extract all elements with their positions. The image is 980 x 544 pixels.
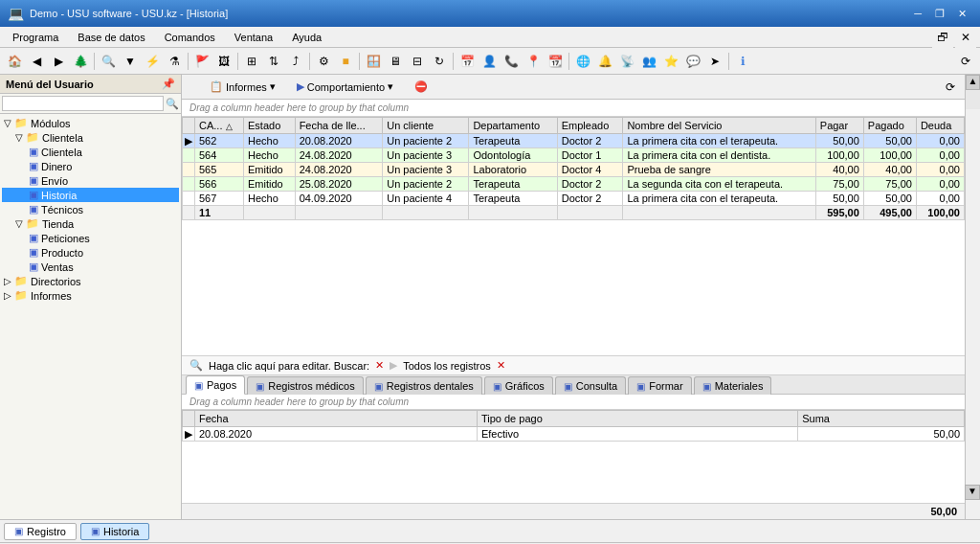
toolbar-btn-filter[interactable]: ▼ (120, 51, 141, 72)
menu-programa[interactable]: Programa (4, 29, 67, 46)
toolbar-btn-img[interactable]: 🖼 (213, 51, 234, 72)
menu-restore-btn[interactable]: 🗗 (932, 27, 953, 48)
toolbar-btn-flag[interactable]: 🚩 (191, 51, 212, 72)
toolbar-btn-phone[interactable]: 📞 (501, 51, 522, 72)
toolbar-btn-funnel[interactable]: ⚗ (164, 51, 185, 72)
toolbar-btn-star[interactable]: ⭐ (660, 51, 681, 72)
toolbar-btn-msg[interactable]: 💬 (682, 51, 703, 72)
menu-ventana[interactable]: Ventana (226, 29, 281, 46)
tab-registros-dentales[interactable]: ▣Registros dentales (366, 376, 482, 395)
toolbar-btn-monitor[interactable]: 🖥 (385, 51, 406, 72)
restore-button[interactable]: ❐ (929, 6, 950, 22)
th-depto[interactable]: Departamento (469, 118, 557, 134)
sidebar-item-historia[interactable]: ▣ Historia (2, 188, 179, 202)
menu-comandos[interactable]: Comandos (156, 29, 224, 46)
sidebar-pin-icon[interactable]: 📌 (162, 78, 175, 90)
sub-refresh-btn[interactable]: ⟳ (940, 77, 961, 98)
comportamiento-button[interactable]: ▶ Comportamiento ▾ (288, 78, 402, 96)
tab-formar[interactable]: ▣Formar (628, 376, 691, 395)
toolbar-btn-win[interactable]: 🪟 (363, 51, 384, 72)
stop-button[interactable]: ⛔ (406, 78, 436, 96)
toolbar-btn-arrow[interactable]: ⇅ (263, 51, 284, 72)
toolbar-btn-rotate[interactable]: ↻ (429, 51, 450, 72)
toolbar-btn-info[interactable]: ℹ (732, 51, 753, 72)
th-empleado[interactable]: Empleado (557, 118, 623, 134)
table-row[interactable]: 566 Emitido 25.08.2020 Un paciente 2 Ter… (183, 177, 965, 192)
toolbar-btn-cal[interactable]: 📅 (457, 51, 478, 72)
toolbar-btn-ppl[interactable]: 👥 (638, 51, 659, 72)
sidebar-search-input[interactable] (2, 96, 164, 111)
toolbar-btn-user[interactable]: 👤 (479, 51, 500, 72)
lth-suma[interactable]: Suma (798, 411, 965, 427)
th-arrow[interactable] (183, 118, 195, 134)
sidebar-item-dinero[interactable]: ▣ Dinero (2, 159, 179, 173)
sidebar-item-tienda-group[interactable]: ▽ 📁 Tienda (2, 216, 179, 231)
informes-button[interactable]: 📋 Informes ▾ (201, 78, 284, 96)
search-text[interactable]: Haga clic aquí para editar. Buscar: (209, 360, 369, 372)
toolbar-btn-grid[interactable]: ⊞ (241, 51, 262, 72)
tab-consulta[interactable]: ▣Consulta (555, 376, 626, 395)
th-pagado[interactable]: Pagado (863, 118, 916, 134)
sidebar-item-informes[interactable]: ▷ 📁 Informes (2, 288, 179, 303)
toolbar-btn-back[interactable]: ◀ (26, 51, 47, 72)
toolbar-btn-globe[interactable]: 🌐 (572, 51, 593, 72)
menu-base-datos[interactable]: Base de datos (69, 29, 153, 46)
toolbar-btn-home[interactable]: 🏠 (4, 51, 25, 72)
toolbar-btn-arrow2[interactable]: ➤ (704, 51, 725, 72)
all-records-label[interactable]: Todos los registros (403, 360, 491, 372)
search-clear-btn[interactable]: ✕ (375, 359, 384, 372)
sidebar-item-directorios[interactable]: ▷ 📁 Directorios (2, 274, 179, 288)
table-row[interactable]: 564 Hecho 24.08.2020 Un paciente 3 Odont… (183, 148, 965, 163)
th-deuda[interactable]: Deuda (916, 118, 964, 134)
toolbar-btn-up[interactable]: ⤴ (285, 51, 306, 72)
table-row[interactable]: ▶ 562 Hecho 20.08.2020 Un paciente 2 Ter… (183, 134, 965, 148)
th-estado[interactable]: Estado (244, 118, 296, 134)
all-records-clear-btn[interactable]: ✕ (497, 359, 505, 372)
tab-materiales[interactable]: ▣Materiales (694, 376, 772, 395)
toolbar-btn-yellow[interactable]: ■ (335, 51, 356, 72)
tab-gráficos[interactable]: ▣Gráficos (484, 376, 553, 395)
toolbar-btn-loc[interactable]: 📍 (523, 51, 544, 72)
toolbar-btn-fwd[interactable]: ▶ (48, 51, 69, 72)
toolbar-btn-wifi[interactable]: 📡 (616, 51, 637, 72)
th-servicio[interactable]: Nombre del Servicio (623, 118, 815, 134)
table-row[interactable]: ▶ 20.08.2020 Efectivo 50,00 (183, 427, 965, 442)
table-row[interactable]: 565 Emitido 24.08.2020 Un paciente 3 Lab… (183, 163, 965, 177)
scroll-down[interactable]: ▼ (965, 485, 980, 500)
toolbar-btn-search[interactable]: 🔍 (98, 51, 119, 72)
main-scrollbar[interactable]: ▲ ▼ (965, 75, 980, 519)
menu-ayuda[interactable]: Ayuda (283, 29, 330, 46)
tab-registros-médicos[interactable]: ▣Registros médicos (247, 376, 363, 395)
toolbar-btn-gear[interactable]: ⚙ (313, 51, 334, 72)
table-row[interactable]: 567 Hecho 04.09.2020 Un paciente 4 Terap… (183, 192, 965, 206)
lth-tipo[interactable]: Tipo de pago (477, 411, 797, 427)
th-fecha[interactable]: Fecha de lle... (295, 118, 383, 134)
toolbar-btn-grid2[interactable]: ⊟ (407, 51, 428, 72)
bottom-tab-historia[interactable]: ▣ Historia (80, 523, 149, 540)
sidebar-item-clientela[interactable]: ▣ Clientela (2, 145, 179, 159)
menu-close-btn[interactable]: ✕ (955, 27, 976, 48)
upper-table-scroll[interactable]: CA... △ Estado Fecha de lle... Un client… (182, 117, 965, 355)
sidebar-item-producto[interactable]: ▣ Producto (2, 245, 179, 260)
sidebar-item-ventas[interactable]: ▣ Ventas (2, 260, 179, 274)
scroll-up[interactable]: ▲ (966, 75, 980, 90)
sidebar-item-tecnicos[interactable]: ▣ Técnicos (2, 202, 179, 216)
close-button[interactable]: ✕ (952, 6, 972, 22)
toolbar-btn-tree[interactable]: 🌲 (70, 51, 91, 72)
th-ca[interactable]: CA... △ (195, 118, 244, 134)
sidebar-item-modules[interactable]: ▽ 📁 Módulos (2, 116, 179, 130)
sidebar-item-peticiones[interactable]: ▣ Peticiones (2, 231, 179, 245)
toolbar-btn-ring[interactable]: 🔔 (594, 51, 615, 72)
minimize-button[interactable]: ─ (908, 6, 927, 22)
tab-pagos[interactable]: ▣Pagos (186, 375, 245, 395)
lth-fecha[interactable]: Fecha (195, 411, 478, 427)
th-cliente[interactable]: Un cliente (383, 118, 469, 134)
toolbar-btn-right[interactable]: ⟳ (955, 51, 976, 72)
th-pagar[interactable]: Pagar (815, 118, 863, 134)
sidebar-item-envio[interactable]: ▣ Envío (2, 173, 179, 188)
toolbar-btn-filter2[interactable]: ⚡ (142, 51, 163, 72)
lower-table-scroll[interactable]: Fecha Tipo de pago Suma ▶ 20.08.2020 Efe… (182, 410, 965, 503)
toolbar-btn-date[interactable]: 📆 (545, 51, 566, 72)
bottom-tab-registro[interactable]: ▣ Registro (4, 523, 77, 540)
sidebar-item-clientela-group[interactable]: ▽ 📁 Clientela (2, 130, 179, 145)
